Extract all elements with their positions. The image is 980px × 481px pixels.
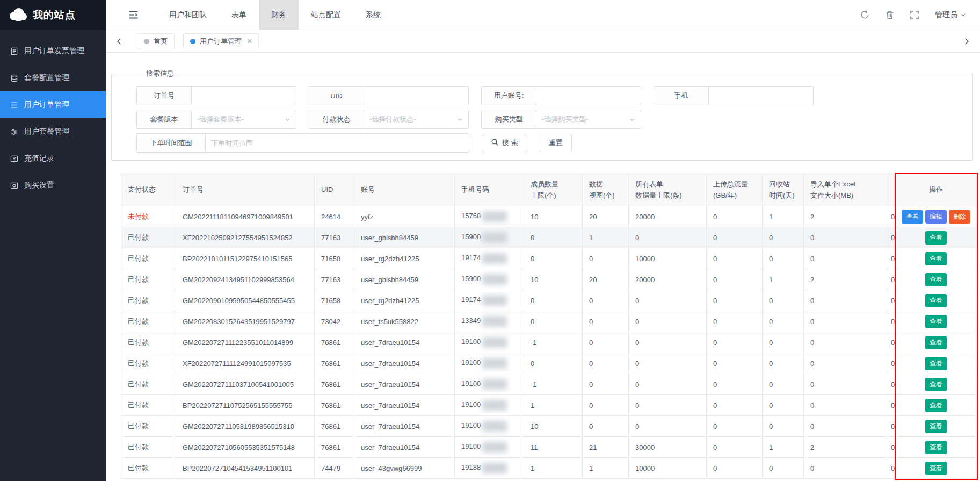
phone-visible-digits: 13349 <box>461 317 481 325</box>
sidebar-item-label: 用户订单管理 <box>24 100 69 110</box>
view-blue-button[interactable]: 查看 <box>902 210 923 224</box>
menu-collapse-icon[interactable] <box>128 10 139 19</box>
search-field-input[interactable] <box>536 87 641 105</box>
sidebar-item-5[interactable]: 充值记录 <box>0 145 106 172</box>
actions-cell: 查看 <box>896 458 977 479</box>
search-field-4: 手机 <box>654 86 814 105</box>
search-field-input[interactable] <box>192 87 296 105</box>
reset-button-label: 重置 <box>549 138 563 148</box>
view-button[interactable]: 查看 <box>925 252 947 265</box>
tab-dot-icon <box>144 39 149 44</box>
refresh-icon[interactable] <box>860 10 869 19</box>
upload-traffic-cell: 0 <box>707 374 763 395</box>
col-header-1: 支付状态 <box>121 174 176 206</box>
select-value: -选择付款状态- <box>364 110 468 128</box>
order-row-7: 已付款GM2022072711122355101101489976861user… <box>121 332 977 353</box>
sidebar-item-1[interactable]: 用户订单发票管理 <box>0 38 106 64</box>
col-header-11: 导入单个Excel 文件大小(MB) <box>804 174 888 206</box>
table-header-row: 支付状态订单号UID账号手机号码成员数量 上限(个)数据 视图(个)所有表单 数… <box>121 174 977 206</box>
order-no-cell: GM20220924134951102999853564 <box>176 269 315 290</box>
topnav-item-4[interactable]: 站点配置 <box>299 0 353 30</box>
upload-traffic-cell: 0 <box>707 458 763 479</box>
date-range-input[interactable] <box>206 134 469 152</box>
chevron-left-icon[interactable] <box>114 38 124 45</box>
account-cell: user_ts5uk558822 <box>354 311 455 332</box>
admin-user-menu[interactable]: 管理员 <box>935 10 966 20</box>
delete-button[interactable]: 删除 <box>949 210 970 224</box>
upload-traffic-cell: 0 <box>707 332 763 353</box>
actions-cell: 查看 <box>896 395 977 416</box>
view-button[interactable]: 查看 <box>925 294 947 307</box>
sidebar-item-2[interactable]: 套餐配置管理 <box>0 64 106 91</box>
search-button[interactable]: 搜 索 <box>482 134 527 152</box>
phone-redaction-blur <box>482 295 507 306</box>
view-button[interactable]: 查看 <box>925 273 947 286</box>
order-row-13: 已付款BP2022072710454153495110010174479user… <box>121 458 977 479</box>
search-field-2: UID <box>309 86 469 105</box>
order-row-11: 已付款GM2022072711053198985651531076861user… <box>121 416 977 437</box>
topnav-item-2[interactable]: 表单 <box>219 0 259 30</box>
sidebar-item-label: 购买设置 <box>24 181 54 190</box>
view-button[interactable]: 查看 <box>925 399 947 412</box>
account-cell: user_rg2dzh41225 <box>354 248 455 269</box>
page-tab-2[interactable]: 用户订单管理× <box>183 33 259 49</box>
topnav-item-5[interactable]: 系统 <box>353 0 393 30</box>
uid-cell: 76861 <box>315 437 354 458</box>
sidebar-item-4[interactable]: 用户套餐管理 <box>0 118 106 145</box>
order-row-3: 已付款BP2022101011512297541015156571658user… <box>121 248 977 269</box>
search-select-2[interactable]: 付款状态-选择付款状态- <box>309 110 469 129</box>
content-area: 搜索信息 订单号UID用户账号:手机 套餐版本-选择套餐版本-付款状态-选择付款… <box>106 53 980 481</box>
recycle-days-cell: 0 <box>763 416 804 437</box>
edit-button[interactable]: 编辑 <box>925 210 947 224</box>
pay-status-cell: 已付款 <box>121 458 176 479</box>
view-button[interactable]: 查看 <box>925 231 947 245</box>
excel-size-cell: 0 <box>804 353 888 374</box>
col-header-3: UID <box>315 174 354 206</box>
order-row-5: 已付款GM2022090109595054485055545571658user… <box>121 290 977 311</box>
select-caret-icon <box>285 117 291 123</box>
view-button[interactable]: 查看 <box>925 378 947 391</box>
view-button[interactable]: 查看 <box>925 420 947 433</box>
col-header-7: 数据 视图(个) <box>583 174 629 206</box>
recycle-days-cell: 1 <box>763 269 804 290</box>
open-tabs: 首页用户订单管理× <box>137 33 962 49</box>
trash-icon[interactable] <box>885 10 894 19</box>
search-field-3: 用户账号: <box>481 86 641 105</box>
phone-redaction-blur <box>482 442 507 453</box>
search-actions-row: 下单时间范围 搜 索 重置 <box>136 133 972 153</box>
view-button[interactable]: 查看 <box>925 441 947 454</box>
fullscreen-icon[interactable] <box>910 11 919 19</box>
actions-cell: 查看 <box>896 290 977 311</box>
excel-size-cell: 2 <box>804 437 888 458</box>
search-field-input[interactable] <box>709 87 813 105</box>
sidebar-item-3[interactable]: 用户订单管理 <box>0 91 106 118</box>
pay-status-cell: 已付款 <box>121 353 176 374</box>
page-tab-1[interactable]: 首页 <box>137 33 175 49</box>
search-button-label: 搜 索 <box>502 138 518 148</box>
account-cell: user_gbisbh84459 <box>354 269 455 290</box>
search-select-3[interactable]: 购买类型-选择购买类型- <box>481 110 641 129</box>
topnav-item-1[interactable]: 用户和团队 <box>157 0 219 30</box>
reset-button[interactable]: 重置 <box>540 134 572 152</box>
view-button[interactable]: 查看 <box>925 357 947 370</box>
search-select-1[interactable]: 套餐版本-选择套餐版本- <box>136 110 296 129</box>
upload-traffic-cell: 0 <box>707 290 763 311</box>
search-field-input[interactable] <box>364 87 468 105</box>
order-row-1: 未付款GM2022111811094697100984950124614yyfz… <box>121 206 977 227</box>
view-button[interactable]: 查看 <box>925 462 947 475</box>
view-button[interactable]: 查看 <box>925 336 947 349</box>
topnav-menu: 用户和团队表单财务站点配置系统 <box>157 0 393 30</box>
sidebar-item-label: 用户订单发票管理 <box>24 46 84 56</box>
sidebar-item-6[interactable]: 购买设置 <box>0 172 106 199</box>
phone-redaction-blur <box>482 211 507 222</box>
chevron-right-icon[interactable] <box>962 38 971 45</box>
order-no-cell: BP20221010115122975410151565 <box>176 248 315 269</box>
site-logo[interactable]: 我的站点 <box>0 0 106 30</box>
phone-redaction-blur <box>482 232 507 243</box>
order-no-cell: GM20220727105605535351575148 <box>176 437 315 458</box>
tab-close-icon[interactable]: × <box>247 37 252 46</box>
phone-visible-digits: 15900 <box>461 275 481 283</box>
view-button[interactable]: 查看 <box>925 315 947 328</box>
topnav-item-3[interactable]: 财务 <box>259 0 299 30</box>
form-data-limit-cell: 20000 <box>629 206 707 227</box>
